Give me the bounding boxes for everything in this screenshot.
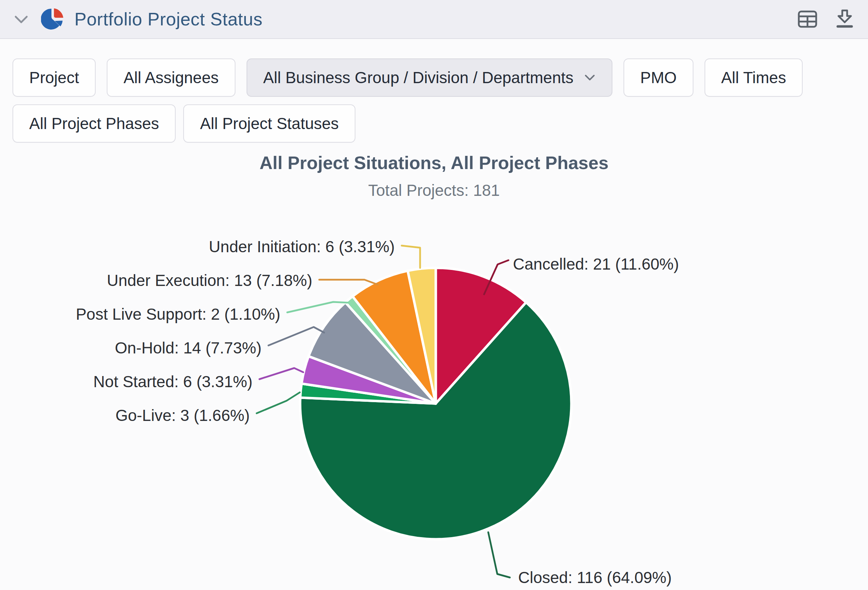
leader-line-under-initiation <box>402 245 420 268</box>
filter-all-project-phases-label: All Project Phases <box>29 114 159 133</box>
slice-label-under-initiation: Under Initiation: 6 (3.31%) <box>209 238 395 256</box>
pie-chart-logo-icon <box>41 7 64 31</box>
pie-slice-post-live-support[interactable] <box>345 296 436 404</box>
leader-line-under-execution <box>319 280 378 285</box>
filter-project-label: Project <box>29 68 79 87</box>
pie-slice-not-started[interactable] <box>301 356 436 404</box>
slice-label-cancelled: Cancelled: 21 (11.60%) <box>513 255 679 273</box>
pie-slice-go-live[interactable] <box>300 384 436 404</box>
filter-pmo-button[interactable]: PMO <box>623 58 694 97</box>
filter-row-1: Project All Assignees All Business Group… <box>13 58 803 97</box>
table-view-icon[interactable] <box>798 10 817 28</box>
filter-all-project-statuses-label: All Project Statuses <box>200 114 339 133</box>
pie-slice-under-initiation[interactable] <box>407 268 436 404</box>
chart-title: All Project Situations, All Project Phas… <box>0 152 868 173</box>
leader-line-post-live-support <box>287 302 348 312</box>
filter-all-times-button[interactable]: All Times <box>704 58 803 97</box>
pie-slice-under-execution[interactable] <box>353 271 436 404</box>
filter-business-group-label: All Business Group / Division / Departme… <box>263 68 573 87</box>
header-bar: Portfolio Project Status <box>0 0 868 39</box>
filter-all-project-statuses-button[interactable]: All Project Statuses <box>183 104 356 143</box>
page-title: Portfolio Project Status <box>74 9 263 30</box>
pie-slice-closed[interactable] <box>300 302 571 539</box>
filter-all-times-label: All Times <box>721 68 786 87</box>
leader-line-cancelled <box>484 260 508 294</box>
filter-pmo-label: PMO <box>640 68 677 87</box>
slice-label-go-live: Go-Live: 3 (1.66%) <box>115 406 250 424</box>
header-actions <box>798 9 854 29</box>
filter-business-group-dropdown[interactable]: All Business Group / Division / Departme… <box>247 58 613 97</box>
filter-all-assignees-button[interactable]: All Assignees <box>107 58 235 97</box>
filter-all-assignees-label: All Assignees <box>124 68 219 87</box>
leader-line-on-hold <box>269 327 324 345</box>
portfolio-project-status-window: Portfolio Project Status Project <box>0 0 868 590</box>
download-icon[interactable] <box>835 9 854 29</box>
leader-line-closed <box>488 532 510 577</box>
chevron-down-icon <box>584 73 596 82</box>
filter-project-button[interactable]: Project <box>13 58 96 97</box>
filter-all-project-phases-button[interactable]: All Project Phases <box>13 104 176 143</box>
pie-slice-cancelled[interactable] <box>436 268 526 404</box>
slice-label-under-execution: Under Execution: 13 (7.18%) <box>107 271 312 290</box>
chart-subtitle: Total Projects: 181 <box>0 181 868 200</box>
collapse-chevron-down-icon[interactable] <box>13 13 29 25</box>
leader-line-not-started <box>260 368 303 379</box>
leader-line-go-live <box>257 392 300 413</box>
slice-label-post-live-support: Post Live Support: 2 (1.10%) <box>76 305 280 323</box>
slice-label-not-started: Not Started: 6 (3.31%) <box>93 373 252 391</box>
slice-label-closed: Closed: 116 (64.09%) <box>518 568 672 587</box>
filter-row-2: All Project Phases All Project Statuses <box>13 104 356 143</box>
slice-label-on-hold: On-Hold: 14 (7.73%) <box>115 339 261 357</box>
pie-slice-on-hold[interactable] <box>309 302 436 404</box>
